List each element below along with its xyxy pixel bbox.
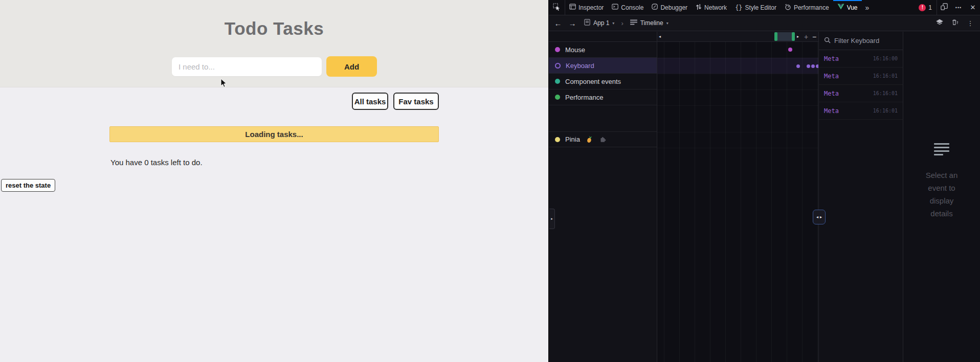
column-resize-handle[interactable]: ◂▸ bbox=[813, 210, 826, 224]
timeline-layers: MouseKeyboardComponent eventsPerformance… bbox=[549, 42, 657, 147]
zoom-in-button[interactable]: + bbox=[804, 32, 808, 41]
network-icon bbox=[696, 4, 702, 12]
tab-style-editor[interactable]: {} Style Editor bbox=[731, 0, 781, 15]
layers-button[interactable] bbox=[932, 19, 947, 27]
puzzle-icon bbox=[599, 136, 606, 143]
timeline-layer-pinia[interactable]: Pinia bbox=[549, 131, 657, 147]
row-separator bbox=[657, 74, 818, 74]
layer-color-dot bbox=[555, 137, 560, 142]
close-devtools-button[interactable]: ✕ bbox=[966, 0, 980, 15]
layer-color-dot bbox=[555, 79, 560, 84]
page-title: Todo Tasks bbox=[109, 18, 439, 39]
error-count-button[interactable]: ! 1 bbox=[914, 0, 937, 15]
devtools-panel: Inspector Console Debugger Network {} St… bbox=[548, 0, 980, 362]
tab-vue[interactable]: Vue bbox=[833, 0, 862, 15]
event-row[interactable]: Meta 16:16:01 bbox=[819, 67, 903, 85]
console-icon bbox=[612, 4, 618, 11]
row-separator bbox=[657, 89, 818, 90]
devtools-tabs: Inspector Console Debugger Network {} St… bbox=[565, 0, 862, 15]
event-row[interactable]: Meta 16:16:01 bbox=[819, 102, 903, 120]
event-list: Meta 16:16:00 Meta 16:16:01 Meta 16:16:0… bbox=[819, 50, 903, 120]
more-options-button[interactable]: ⋮ bbox=[963, 19, 977, 27]
row-separator bbox=[657, 58, 818, 58]
responsive-design-mode-button[interactable] bbox=[937, 0, 951, 15]
new-task-input[interactable] bbox=[172, 57, 322, 76]
scrub-left-arrow-icon[interactable]: ◂ bbox=[659, 34, 661, 40]
fav-tasks-button[interactable]: Fav tasks bbox=[393, 93, 439, 110]
scrubber-handle-left[interactable] bbox=[774, 32, 777, 41]
clear-timeline-button[interactable] bbox=[948, 19, 962, 27]
event-details-list-icon bbox=[934, 143, 949, 157]
event-dot-mouse[interactable] bbox=[788, 48, 792, 52]
event-details-column: Select an event to display details bbox=[903, 32, 980, 362]
layers-header-spacer bbox=[549, 32, 657, 42]
responsive-mode-icon bbox=[941, 3, 948, 12]
timeline-scrubber[interactable]: ◂ ▸ + − bbox=[657, 32, 818, 42]
panel-collapse-handle[interactable]: ▸ bbox=[549, 209, 555, 229]
chevron-down-icon: ▾ bbox=[612, 21, 614, 26]
layers-gap bbox=[549, 105, 657, 131]
layer-label: Keyboard bbox=[566, 62, 594, 70]
inspector-icon bbox=[569, 4, 576, 11]
layer-color-dot bbox=[555, 95, 560, 100]
todo-app-pane: Todo Tasks Add All tasks Fav tasks Loadi… bbox=[0, 0, 548, 362]
layer-label: Pinia bbox=[565, 135, 580, 143]
vue-icon bbox=[837, 4, 844, 11]
layer-color-dot bbox=[555, 47, 560, 52]
app-selector[interactable]: App 1 ▾ bbox=[580, 15, 618, 31]
tab-inspector[interactable]: Inspector bbox=[565, 0, 608, 15]
debugger-icon bbox=[652, 4, 658, 11]
history-back-button[interactable]: ← bbox=[551, 19, 565, 28]
resize-right-arrow-icon: ▸ bbox=[820, 215, 822, 219]
event-dot-keyboard[interactable] bbox=[811, 64, 815, 68]
event-filter-bar bbox=[819, 32, 903, 50]
panel-selector-label: Timeline bbox=[640, 19, 663, 27]
event-dot-keyboard[interactable] bbox=[807, 64, 810, 68]
layer-color-dot bbox=[555, 63, 561, 69]
devtools-menu-button[interactable]: ••• bbox=[951, 0, 966, 15]
timeline-panel: MouseKeyboardComponent eventsPerformance… bbox=[549, 32, 980, 362]
chevron-down-icon: ▾ bbox=[666, 21, 669, 26]
timeline-layer-component-events[interactable]: Component events bbox=[549, 74, 657, 89]
zoom-out-button[interactable]: − bbox=[812, 32, 816, 41]
event-row[interactable]: Meta 16:16:00 bbox=[819, 50, 903, 67]
clear-trash-icon bbox=[951, 19, 959, 27]
row-separator bbox=[657, 148, 818, 148]
element-picker-button[interactable] bbox=[549, 0, 565, 15]
timeline-icon bbox=[630, 19, 637, 27]
timeline-layer-keyboard[interactable]: Keyboard bbox=[549, 58, 657, 74]
timeline-layer-performance[interactable]: Performance bbox=[549, 89, 657, 105]
event-row[interactable]: Meta 16:16:01 bbox=[819, 85, 903, 102]
event-filter-input[interactable] bbox=[834, 37, 892, 44]
timeline-layer-mouse[interactable]: Mouse bbox=[549, 42, 657, 58]
layer-label: Performance bbox=[565, 94, 603, 101]
timeline-canvas[interactable]: ◂ ▸ + − bbox=[657, 32, 819, 362]
scrubber-handle-right[interactable] bbox=[792, 32, 795, 41]
picker-icon bbox=[553, 3, 561, 12]
row-separator bbox=[657, 132, 818, 132]
pineapple-icon bbox=[586, 135, 593, 143]
tab-debugger[interactable]: Debugger bbox=[648, 0, 692, 15]
selected-layer-band bbox=[657, 58, 818, 74]
layer-label: Mouse bbox=[565, 46, 585, 54]
event-dot-keyboard[interactable] bbox=[796, 64, 800, 68]
scrub-right-arrow-icon[interactable]: ▸ bbox=[797, 34, 799, 40]
vue-devtools-toolbar: ← → App 1 ▾ › Timeline ▾ ⋮ bbox=[549, 15, 980, 31]
all-tasks-button[interactable]: All tasks bbox=[352, 93, 388, 110]
history-forward-button[interactable]: → bbox=[566, 19, 579, 28]
timeline-events-column: Meta 16:16:00 Meta 16:16:01 Meta 16:16:0… bbox=[819, 32, 903, 362]
error-icon: ! bbox=[919, 4, 926, 11]
add-task-button[interactable]: Add bbox=[326, 56, 377, 77]
loading-banner: Loading tasks... bbox=[109, 126, 439, 142]
breadcrumb-separator: › bbox=[619, 19, 625, 27]
scrubber-selection[interactable] bbox=[774, 32, 795, 41]
details-empty-message: Select an event to display details bbox=[923, 169, 961, 220]
style-editor-icon: {} bbox=[735, 4, 742, 11]
event-dot-keyboard[interactable] bbox=[816, 64, 819, 68]
tab-network[interactable]: Network bbox=[692, 0, 731, 15]
tab-console[interactable]: Console bbox=[608, 0, 648, 15]
reset-state-button[interactable]: reset the state bbox=[1, 179, 55, 192]
tab-performance[interactable]: Performance bbox=[781, 0, 833, 15]
panel-selector[interactable]: Timeline ▾ bbox=[626, 15, 673, 31]
tab-overflow-button[interactable]: » bbox=[862, 0, 873, 15]
